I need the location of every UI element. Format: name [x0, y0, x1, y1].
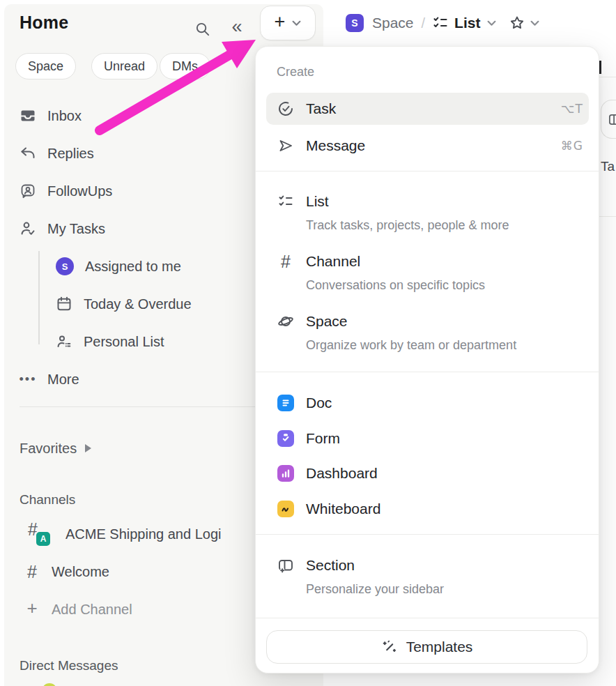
- dm-avatar: [42, 683, 57, 686]
- personal-list-icon: [56, 333, 72, 350]
- menu-section-label: Create: [277, 65, 314, 79]
- chevron-down-icon[interactable]: [487, 20, 496, 26]
- tree-indent-line: [38, 251, 40, 344]
- create-dropdown-menu: Create Task ⌥T Message ⌘G List Track tas…: [255, 46, 599, 673]
- menu-item-message[interactable]: Message ⌘G: [277, 130, 583, 162]
- menu-divider: [256, 534, 599, 535]
- plus-icon: +: [275, 13, 286, 31]
- sidebar-item-more[interactable]: ••• More: [20, 365, 79, 393]
- task-icon: [277, 100, 294, 117]
- board-icon: [608, 112, 616, 128]
- star-icon[interactable]: [509, 15, 525, 31]
- filter-chip-dms[interactable]: DMs: [160, 53, 210, 79]
- shortcut-label: ⌘G: [561, 139, 583, 153]
- more-icon: •••: [20, 371, 36, 388]
- followups-icon: [20, 183, 36, 199]
- sidebar-title: Home: [20, 13, 68, 33]
- breadcrumb: S Space / List: [346, 13, 539, 33]
- menu-divider: [256, 372, 599, 372]
- partial-tab-label[interactable]: Ta: [601, 159, 615, 174]
- collapse-sidebar-button[interactable]: «: [224, 16, 249, 41]
- filter-chip-space[interactable]: Space: [15, 53, 76, 79]
- occluded-text-fragment: [599, 61, 601, 74]
- message-icon: [277, 137, 294, 154]
- avatar: S: [56, 257, 74, 275]
- menu-item-channel[interactable]: # Channel Conversations on specific topi…: [277, 252, 583, 294]
- templates-button[interactable]: Templates: [266, 630, 587, 664]
- view-options-button[interactable]: [601, 100, 616, 139]
- sidebar-item-today-overdue[interactable]: Today & Overdue: [56, 290, 192, 318]
- list-icon: [432, 15, 449, 31]
- sidebar-item-my-tasks[interactable]: My Tasks: [20, 215, 105, 243]
- shortcut-label: ⌥T: [561, 102, 583, 116]
- direct-messages-section-label: Direct Messages: [20, 658, 118, 673]
- sidebar-item-personal-list[interactable]: Personal List: [56, 328, 164, 356]
- sidebar-favorites-toggle[interactable]: Favorites: [20, 436, 91, 460]
- chevron-down-icon: [292, 20, 301, 26]
- channels-section-label: Channels: [20, 492, 75, 508]
- content-divider: [599, 216, 616, 217]
- sidebar-item-replies[interactable]: Replies: [20, 139, 94, 167]
- space-icon: [277, 312, 294, 331]
- calendar-icon: [56, 296, 72, 312]
- menu-item-whiteboard[interactable]: Whiteboard: [277, 495, 583, 523]
- breadcrumb-list[interactable]: List: [454, 15, 480, 31]
- sidebar-item-channel-acme[interactable]: # A ACME Shipping and Logi: [24, 520, 221, 548]
- breadcrumb-separator: /: [422, 15, 426, 31]
- section-icon: [277, 556, 294, 575]
- sidebar-item-followups[interactable]: FollowUps: [20, 177, 112, 205]
- doc-icon: [277, 395, 294, 411]
- sidebar-item-channel-welcome[interactable]: # Welcome: [24, 558, 109, 586]
- whiteboard-icon: [277, 501, 294, 517]
- menu-item-list[interactable]: List Track tasks, projects, people & mor…: [277, 192, 583, 234]
- inbox-icon: [20, 107, 36, 124]
- channel-avatar-badge: A: [35, 531, 52, 547]
- channel-icon-with-badge: # A: [24, 518, 54, 550]
- menu-item-form[interactable]: Form: [277, 425, 583, 452]
- sidebar-item-assigned-to-me[interactable]: S Assigned to me: [56, 252, 181, 280]
- chevron-down-icon[interactable]: [530, 20, 539, 26]
- space-badge[interactable]: S: [346, 14, 364, 32]
- app-window: S Space / List Ta: [0, 0, 616, 686]
- create-button[interactable]: +: [260, 6, 316, 40]
- menu-divider: [256, 171, 599, 172]
- menu-divider: [256, 618, 599, 618]
- search-button[interactable]: [190, 16, 215, 41]
- menu-item-dashboard[interactable]: Dashboard: [277, 459, 583, 487]
- menu-item-doc[interactable]: Doc: [277, 389, 583, 417]
- expand-icon: [85, 444, 91, 452]
- my-tasks-icon: [20, 220, 36, 237]
- sidebar-item-inbox[interactable]: Inbox: [20, 102, 82, 130]
- form-icon: [277, 430, 294, 447]
- menu-item-section[interactable]: Section Personalize your sidebar: [277, 556, 583, 597]
- replies-icon: [20, 145, 36, 162]
- list-icon: [277, 192, 294, 211]
- breadcrumb-space[interactable]: Space: [372, 15, 414, 31]
- templates-icon: [381, 639, 398, 655]
- search-icon: [194, 21, 210, 37]
- dashboard-icon: [277, 465, 294, 482]
- add-channel-button[interactable]: + Add Channel: [24, 595, 132, 623]
- collapse-icon: «: [231, 16, 242, 38]
- filter-chip-unread[interactable]: Unread: [91, 53, 157, 79]
- menu-item-space[interactable]: Space Organize work by team or departmen…: [277, 312, 583, 353]
- channel-icon: #: [277, 252, 294, 271]
- plus-icon: +: [24, 601, 40, 618]
- hash-icon: #: [24, 563, 40, 580]
- menu-item-task[interactable]: Task ⌥T: [277, 93, 583, 125]
